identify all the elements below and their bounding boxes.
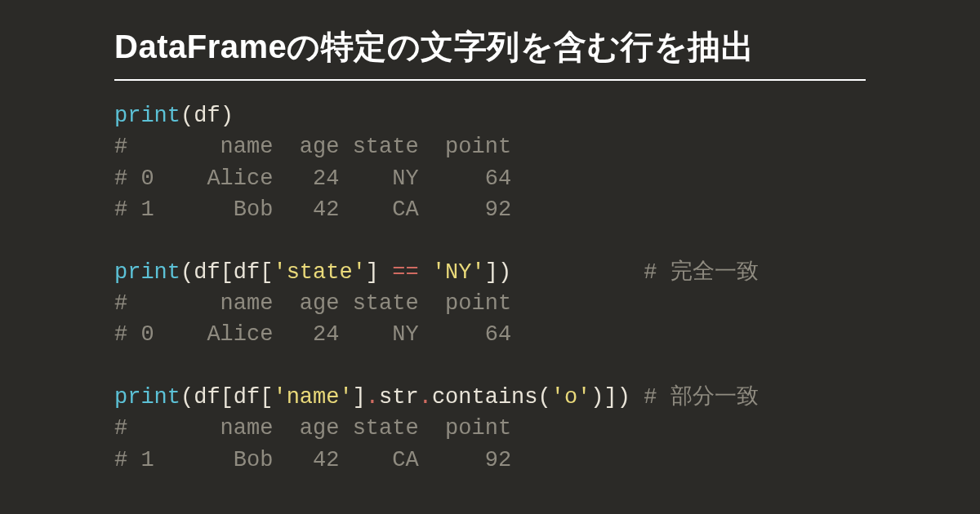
fn-print: print: [114, 104, 180, 128]
output-line: # name age state point: [114, 416, 511, 441]
fn-print: print: [114, 260, 180, 285]
comment-exact-match: # 完全一致: [644, 260, 758, 285]
output-line: # 0 Alice 24 NY 64: [114, 322, 511, 347]
code-block: print(df) # name age state point # 0 Ali…: [114, 100, 866, 476]
output-line: # 1 Bob 42 CA 92: [114, 448, 511, 472]
output-line: # name age state point: [114, 291, 511, 316]
output-line: # 1 Bob 42 CA 92: [114, 197, 511, 222]
code-slide: DataFrameの特定の文字列を含む行を抽出 print(df) # name…: [0, 0, 980, 476]
output-line: # 0 Alice 24 NY 64: [114, 166, 511, 191]
output-line: # name age state point: [114, 135, 511, 159]
comment-partial-match: # 部分一致: [644, 385, 758, 410]
fn-print: print: [114, 385, 180, 410]
page-title: DataFrameの特定の文字列を含む行を抽出: [114, 24, 866, 81]
